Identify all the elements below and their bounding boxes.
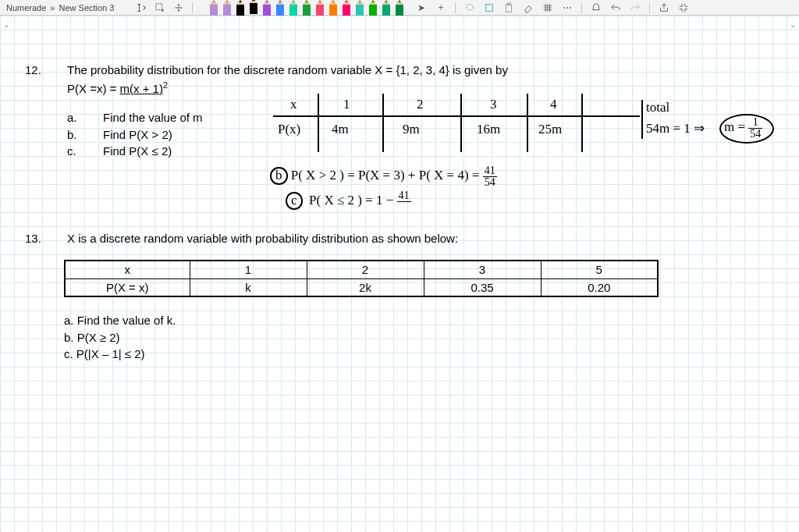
- hw-p-label: P(x): [278, 122, 300, 137]
- more-icon[interactable]: ⋯: [562, 2, 573, 13]
- q13c: c. P(|X – 1| ≤ 2): [64, 346, 774, 362]
- pen-tool-12[interactable]: [368, 0, 378, 16]
- svg-rect-62: [396, 5, 403, 16]
- q13-number: 13.: [25, 231, 48, 261]
- page-prev-icon[interactable]: ⌄: [3, 20, 9, 29]
- pen-tool-3[interactable]: [248, 0, 259, 14]
- hw-x-2: 2: [417, 97, 424, 112]
- hw-c-label: c: [286, 192, 303, 210]
- share-icon[interactable]: [659, 2, 669, 13]
- pen-tool-13[interactable]: [381, 0, 392, 16]
- hw-table-hline: [273, 115, 640, 117]
- pen-tool-0[interactable]: [208, 0, 219, 16]
- svg-rect-14: [236, 5, 244, 16]
- q13-p1: k: [190, 278, 307, 296]
- separator: [649, 2, 650, 13]
- hw-p-1: 4m: [332, 122, 349, 137]
- select-box-icon[interactable]: [484, 2, 495, 13]
- pen-tool-10[interactable]: [341, 0, 352, 16]
- pen-palette: [208, 0, 405, 16]
- q13-th-p: P(X = x): [65, 278, 190, 296]
- hw-c-frac-d: [397, 202, 411, 213]
- q13-col3: 3: [424, 261, 541, 278]
- chevron-right-icon[interactable]: ➤: [416, 2, 427, 13]
- q13-th-x: x: [65, 261, 190, 278]
- grid-options-icon[interactable]: [542, 2, 553, 13]
- hw-x-1: 1: [343, 97, 350, 112]
- pen-tool-11[interactable]: [354, 0, 365, 16]
- breadcrumb-section: New Section 3: [59, 3, 114, 12]
- hw-answer-circle: [719, 114, 774, 144]
- q13-col4: 5: [541, 261, 658, 278]
- hw-x-3: 3: [490, 97, 497, 112]
- pen-tool-14[interactable]: [394, 0, 405, 16]
- tools-right-group: ➤ ＋ ⋯: [416, 2, 689, 13]
- eraser-icon[interactable]: [523, 2, 534, 13]
- svg-rect-66: [506, 4, 512, 12]
- pen-tool-2[interactable]: [235, 0, 246, 16]
- svg-point-64: [467, 4, 474, 9]
- collapse-icon[interactable]: [678, 2, 689, 13]
- q12-formula-lead: P(X =x) =: [67, 82, 120, 95]
- svg-rect-42: [329, 5, 337, 16]
- pen-tool-4[interactable]: [261, 0, 272, 16]
- canvas[interactable]: 12. The probability distribution for the…: [0, 16, 799, 532]
- q13a: a. Find the value of k.: [64, 313, 774, 328]
- svg-rect-22: [263, 5, 271, 16]
- undo-icon[interactable]: [610, 2, 621, 13]
- q12c-label: c.: [67, 144, 81, 159]
- hw-b-line: P( X > 2 ) = P(X = 3) + P( X = 4) =: [291, 168, 480, 183]
- hw-b-label: b: [270, 167, 288, 185]
- separator: [581, 2, 582, 13]
- hw-total-label: total: [646, 100, 669, 115]
- hw-table-vline: [527, 94, 528, 152]
- svg-marker-19: [252, 0, 255, 1]
- text-cursor-icon[interactable]: [136, 2, 147, 13]
- pen-tool-7[interactable]: [301, 0, 312, 16]
- svg-rect-34: [303, 5, 311, 16]
- pen-tool-9[interactable]: [328, 0, 339, 16]
- svg-point-1: [178, 4, 179, 5]
- breadcrumb-app: Numerade: [6, 3, 46, 12]
- separator: [192, 2, 193, 13]
- q12a-text: Find the value of m: [103, 110, 203, 126]
- q12-text: The probability distribution for the dis…: [67, 62, 774, 78]
- svg-rect-10: [223, 5, 231, 16]
- svg-rect-30: [289, 5, 297, 16]
- pen-tool-1[interactable]: [222, 0, 233, 16]
- marquee-add-icon[interactable]: [154, 2, 165, 13]
- add-icon[interactable]: ＋: [435, 2, 446, 13]
- notification-icon[interactable]: [591, 2, 602, 13]
- page-next-icon[interactable]: ⌄: [790, 20, 796, 29]
- hw-c-frac-n: 41: [397, 190, 411, 202]
- svg-rect-50: [356, 5, 364, 16]
- pen-tool-5[interactable]: [275, 0, 286, 16]
- separator: [455, 2, 456, 13]
- paste-icon[interactable]: [503, 2, 514, 13]
- hw-total-eq: 54m = 1 ⇒: [646, 120, 705, 137]
- hw-table-vline: [460, 94, 462, 152]
- svg-rect-58: [382, 5, 390, 16]
- top-toolbar: Numerade » New Section 3: [0, 0, 799, 16]
- q13-p2: 2k: [307, 278, 424, 296]
- q12b-label: b.: [67, 127, 81, 143]
- svg-rect-26: [276, 5, 284, 16]
- svg-marker-16: [250, 0, 257, 3]
- pen-tool-8[interactable]: [314, 0, 325, 16]
- q12-number: 12.: [25, 62, 48, 161]
- svg-rect-54: [369, 5, 377, 16]
- hw-b-frac-d: 54: [483, 177, 497, 188]
- hw-b-frac-n: 41: [483, 165, 497, 177]
- q13-col1: 1: [190, 261, 307, 278]
- svg-rect-38: [316, 5, 324, 16]
- math-divide-icon[interactable]: [173, 2, 184, 13]
- hw-x-label: x: [290, 97, 297, 112]
- pen-tool-6[interactable]: [288, 0, 299, 16]
- redo-icon[interactable]: [630, 2, 641, 13]
- q13-p3: 0.35: [424, 278, 541, 296]
- q13-table: x 1 2 3 5 P(X = x) k 2k 0.35 0.20: [64, 260, 659, 297]
- hw-table-vline: [318, 94, 319, 152]
- lasso-icon[interactable]: [464, 2, 475, 13]
- breadcrumb[interactable]: Numerade » New Section 3: [0, 0, 120, 15]
- svg-point-3: [178, 9, 179, 11]
